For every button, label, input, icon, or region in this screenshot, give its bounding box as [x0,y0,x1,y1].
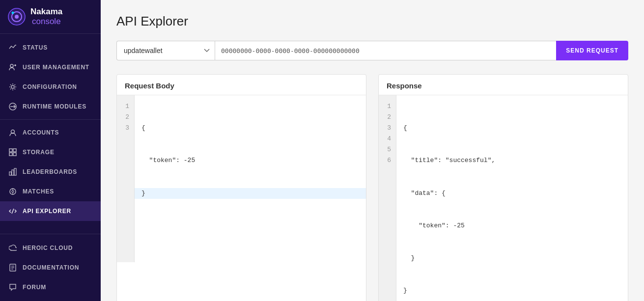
response-content: 1 2 3 4 5 6 { "title": "successful", "da… [379,95,628,301]
sidebar-item-forum[interactable]: FORUM [0,277,101,297]
sidebar-bottom: HEROIC CLOUD DOCUMENTATION FORUM [0,234,101,301]
svg-rect-16 [14,168,16,175]
accounts-icon [8,128,18,137]
sidebar: Nakama console STATUS USER MANAGEMENT CO… [0,0,101,301]
logo-text: Nakama console [30,7,93,27]
response-line-numbers: 1 2 3 4 5 6 [379,95,396,301]
svg-point-2 [15,15,19,19]
svg-rect-10 [9,149,12,152]
svg-point-4 [10,64,13,67]
sidebar-item-matches[interactable]: MATCHES [0,182,101,201]
request-code-area[interactable]: 1 2 3 { "token": -25 } [117,95,366,262]
response-panel: Response 1 2 3 4 5 6 { "title": "success… [378,74,628,301]
sidebar-item-documentation[interactable]: DOCUMENTATION [0,258,101,277]
sidebar-item-storage[interactable]: STORAGE [0,142,101,162]
documentation-icon [8,263,18,273]
response-title: Response [379,75,628,95]
status-icon [8,43,18,53]
svg-point-18 [12,191,14,192]
send-request-button[interactable]: SEND REQUEST [556,41,628,60]
request-line-numbers: 1 2 3 [117,95,135,262]
svg-line-21 [12,209,14,214]
request-body-content: 1 2 3 { "token": -25 } [117,95,366,262]
logo-icon [8,8,26,26]
auth-token-input[interactable] [215,41,556,60]
runtime-icon [8,102,18,111]
sidebar-item-api-explorer[interactable]: API EXPLORER [0,201,101,221]
sidebar-item-leaderboards[interactable]: LEADERBOARDS [0,162,101,182]
svg-rect-15 [12,170,14,175]
svg-point-3 [12,12,14,14]
sidebar-item-configuration[interactable]: CONFIGURATION [0,77,101,97]
storage-icon [8,147,18,157]
request-body-title: Request Body [117,75,366,95]
sidebar-item-heroic-cloud[interactable]: HEROIC CLOUD [0,238,101,258]
sidebar-item-user-management[interactable]: USER MANAGEMENT [0,57,101,77]
endpoint-select[interactable]: updatewallet [116,41,215,60]
response-code-area[interactable]: 1 2 3 4 5 6 { "title": "successful", "da… [379,95,628,301]
page-title: API Explorer [116,14,628,29]
main-content: API Explorer updatewallet SEND REQUEST R… [101,0,644,301]
leaderboards-icon [8,167,18,177]
configuration-icon [8,82,18,92]
nav-divider [0,119,101,120]
heroic-cloud-icon [8,243,18,253]
sidebar-item-accounts[interactable]: ACCOUNTS [0,123,101,142]
svg-rect-13 [13,153,16,156]
panels: Request Body 1 2 3 { "token": -25 } [116,74,628,301]
response-code-content[interactable]: { "title": "successful", "data": { "toke… [396,95,628,301]
toolbar: updatewallet SEND REQUEST [116,41,628,60]
sidebar-item-runtime-modules[interactable]: RUNTIME MODULES [0,97,101,116]
api-explorer-icon [8,206,18,216]
logo: Nakama console [0,0,101,34]
sidebar-item-status[interactable]: STATUS [0,38,101,57]
request-body-panel: Request Body 1 2 3 { "token": -25 } [116,74,366,301]
svg-rect-11 [13,149,16,152]
request-code-content[interactable]: { "token": -25 } [135,95,366,262]
sidebar-nav: STATUS USER MANAGEMENT CONFIGURATION RUN… [0,34,101,234]
matches-icon [8,187,18,196]
svg-rect-12 [9,153,12,156]
svg-rect-14 [9,172,11,175]
forum-icon [8,282,18,292]
svg-point-7 [11,85,14,88]
user-management-icon [8,62,18,72]
